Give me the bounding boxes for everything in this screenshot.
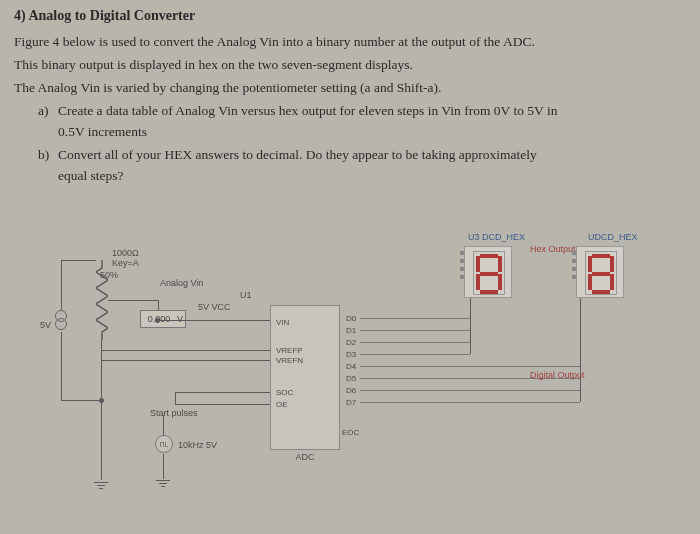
display-right-title: UDCD_HEX	[588, 232, 638, 242]
display-left-title: U3 DCD_HEX	[468, 232, 525, 242]
pin-soc: SOC	[276, 388, 293, 397]
pin-d7: D7	[346, 398, 356, 407]
paragraph-1: Figure 4 below is used to convert the An…	[14, 32, 686, 53]
digital-output-label: Digital Output	[530, 370, 585, 380]
pin-eoc: EOC	[342, 428, 359, 437]
start-pulses-label: Start pulses	[150, 408, 198, 418]
question-b-line1: Convert all of your HEX answers to decim…	[58, 147, 537, 162]
question-b-line2: equal steps?	[58, 166, 686, 187]
question-a-label: a)	[38, 101, 58, 122]
paragraph-3: The Analog Vin is varied by changing the…	[14, 78, 686, 99]
ground-icon-2	[156, 480, 170, 492]
pin-oe: OE	[276, 400, 288, 409]
section-heading: 4) Analog to Digital Converter	[14, 8, 686, 24]
source-label: 5V	[40, 320, 51, 330]
clock-source-icon: ΠL	[155, 435, 173, 453]
pot-percent: 50%	[100, 270, 118, 280]
pin-d5: D5	[346, 374, 356, 383]
pin-d2: D2	[346, 338, 356, 347]
seven-seg-left	[464, 246, 512, 298]
pin-d0: D0	[346, 314, 356, 323]
adc-label: ADC	[270, 452, 340, 462]
voltmeter: 0.000 V	[140, 310, 186, 328]
vcc-label: 5V VCC	[198, 302, 231, 312]
pot-value: 1000Ω	[112, 248, 139, 258]
pin-d6: D6	[346, 386, 356, 395]
hex-output-label: Hex Output	[530, 244, 576, 254]
pin-d4: D4	[346, 362, 356, 371]
question-b-label: b)	[38, 145, 58, 166]
analog-vin-label: Analog Vin	[160, 278, 203, 288]
pin-d3: D3	[346, 350, 356, 359]
pin-d1: D1	[346, 326, 356, 335]
pin-vrefp: VREFP	[276, 346, 303, 355]
u1-label: U1	[240, 290, 252, 300]
pot-key: Key=A	[112, 258, 139, 268]
question-a-line1: Create a data table of Analog Vin versus…	[58, 103, 557, 118]
seven-seg-right	[576, 246, 624, 298]
circuit-diagram: 5V 1000Ω Key=A 50% Analog Vin U1 5V VCC …	[0, 220, 700, 534]
pin-vrefn: VREFN	[276, 356, 303, 365]
question-a-line2: 0.5V increments	[58, 122, 686, 143]
ground-icon	[94, 482, 108, 494]
question-a: a)Create a data table of Analog Vin vers…	[38, 101, 686, 143]
question-b: b)Convert all of your HEX answers to dec…	[38, 145, 686, 187]
clock-label: 10kHz 5V	[178, 440, 217, 450]
paragraph-2: This binary output is displayed in hex o…	[14, 55, 686, 76]
pin-vin: VIN	[276, 318, 289, 327]
